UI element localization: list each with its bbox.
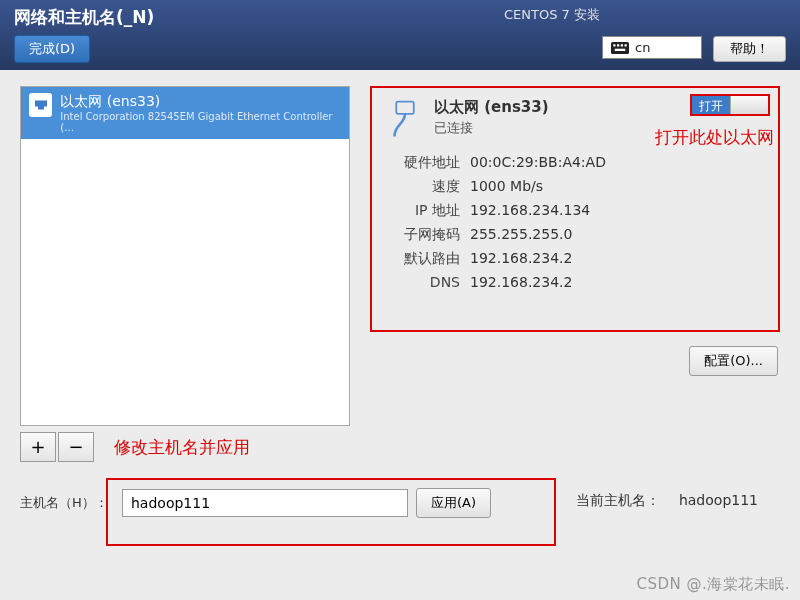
prop-value: 192.168.234.134	[470, 202, 590, 220]
svg-rect-5	[615, 48, 626, 50]
prop-row: DNS192.168.234.2	[384, 274, 766, 290]
svg-rect-4	[625, 44, 627, 46]
add-nic-button[interactable]: +	[20, 432, 56, 462]
nic-button-row: + − 修改主机名并应用	[20, 432, 350, 462]
current-hostname: 当前主机名： hadoop111	[576, 492, 758, 510]
left-pane: 以太网 (ens33) Intel Corporation 82545EM Gi…	[20, 86, 350, 462]
toggle-on-label: 打开	[692, 96, 730, 114]
keyboard-layout-selector[interactable]: cn	[602, 36, 702, 59]
keyboard-icon	[611, 41, 629, 55]
svg-rect-3	[621, 44, 623, 46]
installer-title: CENTOS 7 安装	[504, 6, 600, 24]
prop-value: 192.168.234.2	[470, 250, 572, 268]
ethernet-icon	[29, 93, 52, 117]
prop-key: IP 地址	[384, 202, 460, 220]
annotation-open-ethernet: 打开此处以太网	[655, 126, 774, 149]
remove-nic-button[interactable]: −	[58, 432, 94, 462]
prop-row: 子网掩码255.255.255.0	[384, 226, 766, 244]
prop-key: DNS	[384, 274, 460, 290]
watermark: CSDN @.海棠花未眠.	[636, 575, 790, 594]
toggle-knob	[730, 96, 768, 114]
hostname-input[interactable]	[122, 489, 408, 517]
right-pane: 以太网 (ens33) 已连接 打开 打开此处以太网 硬件地址00:0C:29:…	[370, 86, 780, 462]
detail-properties: 硬件地址00:0C:29:BB:A4:AD 速度1000 Mb/s IP 地址1…	[384, 154, 766, 290]
ethernet-toggle[interactable]: 打开	[690, 94, 770, 116]
hostname-section: 主机名（H）： 应用(A) 当前主机名： hadoop111	[20, 488, 780, 518]
help-button[interactable]: 帮助！	[713, 36, 786, 62]
prop-value: 192.168.234.2	[470, 274, 572, 290]
prop-key: 速度	[384, 178, 460, 196]
prop-row: 硬件地址00:0C:29:BB:A4:AD	[384, 154, 766, 172]
detail-box: 以太网 (ens33) 已连接 打开 打开此处以太网 硬件地址00:0C:29:…	[370, 86, 780, 332]
prop-row: 速度1000 Mb/s	[384, 178, 766, 196]
ethernet-wire-icon	[384, 98, 426, 140]
configure-row: 配置(O)...	[370, 346, 780, 376]
main-content: 以太网 (ens33) Intel Corporation 82545EM Gi…	[0, 70, 800, 470]
nic-list[interactable]: 以太网 (ens33) Intel Corporation 82545EM Gi…	[20, 86, 350, 426]
svg-rect-6	[396, 102, 414, 114]
apply-hostname-button[interactable]: 应用(A)	[416, 488, 491, 518]
nic-list-item[interactable]: 以太网 (ens33) Intel Corporation 82545EM Gi…	[21, 87, 349, 139]
detail-title: 以太网 (ens33)	[434, 98, 549, 117]
keyboard-layout-label: cn	[635, 40, 650, 55]
hostname-label: 主机名（H）：	[20, 494, 114, 512]
svg-rect-2	[617, 44, 619, 46]
header-bar: 网络和主机名(_N) CENTOS 7 安装 完成(D) cn 帮助！	[0, 0, 800, 70]
current-hostname-value: hadoop111	[679, 492, 758, 508]
nic-item-subtitle: Intel Corporation 82545EM Gigabit Ethern…	[60, 111, 341, 133]
prop-row: IP 地址192.168.234.134	[384, 202, 766, 220]
prop-key: 默认路由	[384, 250, 460, 268]
detail-status: 已连接	[434, 119, 549, 137]
nic-item-title: 以太网 (ens33)	[60, 93, 341, 111]
svg-rect-0	[611, 42, 629, 54]
prop-key: 硬件地址	[384, 154, 460, 172]
prop-value: 255.255.255.0	[470, 226, 572, 244]
prop-row: 默认路由192.168.234.2	[384, 250, 766, 268]
prop-key: 子网掩码	[384, 226, 460, 244]
configure-button[interactable]: 配置(O)...	[689, 346, 778, 376]
annotation-modify-hostname: 修改主机名并应用	[114, 436, 250, 459]
current-hostname-label: 当前主机名：	[576, 492, 660, 508]
svg-rect-1	[613, 44, 615, 46]
prop-value: 00:0C:29:BB:A4:AD	[470, 154, 606, 172]
done-button[interactable]: 完成(D)	[14, 35, 90, 63]
page-title: 网络和主机名(_N)	[14, 6, 786, 29]
prop-value: 1000 Mb/s	[470, 178, 543, 196]
